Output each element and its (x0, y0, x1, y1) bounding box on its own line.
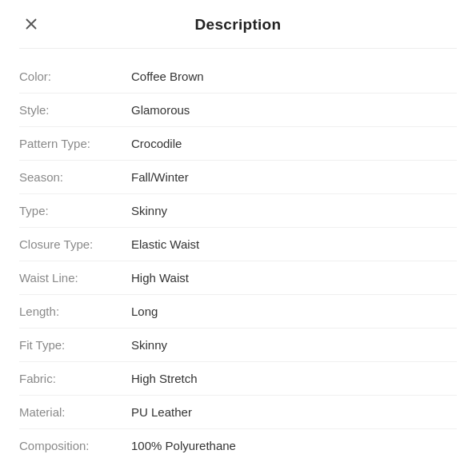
row-label: Pattern Type: (19, 135, 131, 152)
close-icon (22, 15, 40, 33)
close-button[interactable] (19, 12, 43, 36)
row-value: Glamorous (131, 102, 457, 118)
table-row: Color:Coffee Brown (19, 60, 457, 94)
row-label: Style: (19, 102, 131, 118)
row-value: High Stretch (131, 370, 457, 387)
modal-header: Description (19, 0, 457, 49)
row-label: Season: (19, 169, 131, 185)
row-value: Elastic Waist (131, 236, 457, 253)
row-value: Fall/Winter (131, 169, 457, 185)
description-table: Color:Coffee BrownStyle:GlamorousPattern… (19, 55, 457, 462)
modal-title: Description (195, 16, 282, 34)
description-modal: Description Color:Coffee BrownStyle:Glam… (0, 0, 476, 462)
table-row: Season:Fall/Winter (19, 161, 457, 194)
row-value: PU Leather (131, 404, 457, 420)
table-row: Material:PU Leather (19, 396, 457, 429)
row-value: Long (131, 303, 457, 320)
row-label: Closure Type: (19, 236, 131, 253)
table-row: Fit Type:Skinny (19, 329, 457, 362)
row-label: Waist Line: (19, 269, 131, 286)
table-row: Composition:100% Polyurethane (19, 429, 457, 462)
table-row: Pattern Type:Crocodile (19, 127, 457, 161)
row-value: Skinny (131, 337, 457, 353)
row-value: Coffee Brown (131, 68, 457, 85)
table-row: Fabric:High Stretch (19, 362, 457, 396)
row-label: Color: (19, 68, 131, 85)
row-value: Skinny (131, 202, 457, 219)
table-row: Type:Skinny (19, 194, 457, 228)
table-row: Length:Long (19, 295, 457, 329)
row-value: Crocodile (131, 135, 457, 152)
table-row: Closure Type:Elastic Waist (19, 228, 457, 261)
row-value: 100% Polyurethane (131, 437, 457, 454)
row-label: Material: (19, 404, 131, 420)
row-label: Fabric: (19, 370, 131, 387)
row-label: Length: (19, 303, 131, 320)
row-value: High Waist (131, 269, 457, 286)
table-row: Waist Line:High Waist (19, 261, 457, 295)
row-label: Type: (19, 202, 131, 219)
row-label: Composition: (19, 437, 131, 454)
table-row: Style:Glamorous (19, 94, 457, 127)
row-label: Fit Type: (19, 337, 131, 353)
